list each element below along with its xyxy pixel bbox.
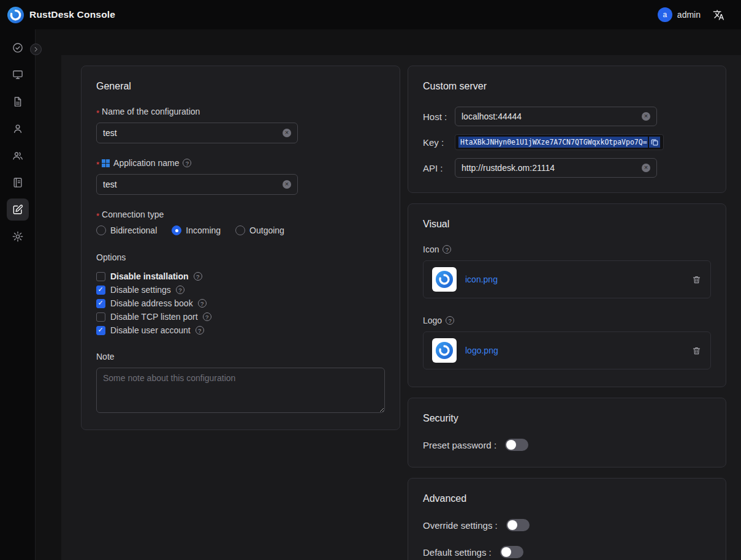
sidebar-item-users[interactable]	[7, 118, 29, 140]
sidebar-item-devices[interactable]	[7, 64, 29, 86]
clear-icon[interactable]: ×	[283, 180, 291, 189]
key-label: Key :	[423, 137, 455, 148]
sidebar-item-groups[interactable]	[7, 145, 29, 167]
translate-icon[interactable]	[712, 8, 725, 21]
default-settings-toggle[interactable]	[500, 546, 523, 558]
preset-password-toggle[interactable]	[505, 439, 528, 451]
key-row: Key : HtaXBkJNHyn0e1U1jWXze7A7CN7QTGWqxk…	[423, 134, 711, 150]
sidebar-item-settings[interactable]	[7, 225, 29, 248]
sidebar-item-audit-log[interactable]	[7, 172, 29, 194]
help-icon[interactable]: ?	[196, 326, 204, 335]
host-row: Host : ×	[423, 107, 711, 126]
note-label: Note	[96, 352, 385, 361]
radio-label: Outgoing	[249, 225, 284, 235]
help-icon[interactable]: ?	[443, 245, 451, 254]
main-area: General * Name of the configuration × *	[36, 29, 741, 560]
logo-file-link[interactable]: logo.png	[465, 346, 683, 355]
trash-icon[interactable]	[691, 274, 702, 285]
logo-thumbnail	[432, 338, 457, 363]
connection-type-radios: Bidirectional Incoming Outgoing	[96, 225, 385, 235]
name-input[interactable]	[103, 128, 283, 138]
icon-file-box: icon.png	[423, 260, 711, 298]
sidebar-collapse-button[interactable]	[30, 44, 42, 55]
api-row: API : ×	[423, 158, 711, 178]
check-label: Disable TCP listen port	[110, 312, 198, 322]
app-title: RustDesk Console	[29, 9, 115, 20]
checkbox[interactable]	[96, 326, 105, 335]
header-actions: a admin	[658, 7, 725, 22]
icon-thumbnail	[432, 267, 457, 292]
preset-password-label: Preset password :	[423, 440, 496, 450]
check-disable-settings[interactable]: Disable settings ?	[96, 283, 385, 297]
logo-file-box: logo.png	[423, 331, 711, 369]
help-icon[interactable]: ?	[446, 316, 454, 325]
radio-outgoing[interactable]: Outgoing	[235, 225, 284, 235]
app-name-input[interactable]	[103, 180, 283, 189]
user-menu[interactable]: a admin	[658, 7, 701, 22]
check-disable-installation[interactable]: Disable installation ?	[96, 270, 385, 283]
custom-server-title: Custom server	[423, 81, 711, 92]
left-column: General * Name of the configuration × *	[81, 66, 400, 430]
override-settings-label: Override settings :	[423, 520, 498, 531]
options-label: Options	[96, 252, 385, 262]
radio-circle	[235, 225, 245, 235]
override-settings-toggle[interactable]	[506, 519, 530, 531]
icon-file-link[interactable]: icon.png	[465, 274, 683, 284]
clear-icon[interactable]: ×	[642, 112, 650, 121]
app-name-input-wrap: ×	[96, 174, 298, 195]
avatar: a	[658, 7, 672, 22]
advanced-card: Advanced Override settings : Default set…	[408, 478, 726, 560]
content-panel: General * Name of the configuration × *	[61, 55, 741, 560]
security-title: Security	[423, 413, 711, 424]
advanced-title: Advanced	[423, 493, 711, 504]
note-textarea[interactable]	[96, 368, 385, 413]
key-field[interactable]: HtaXBkJNHyn0e1U1jWXze7A7CN7QTGWqxkOtpaVp…	[455, 134, 664, 150]
check-disable-tcp-listen-port[interactable]: Disable TCP listen port ?	[96, 310, 385, 324]
icon-label-text: Icon	[423, 244, 439, 254]
api-input-wrap: ×	[455, 158, 657, 178]
radio-label: Bidirectional	[110, 225, 157, 235]
right-column: Custom server Host : × Key : HtaXBkJNHy	[408, 66, 726, 560]
required-mark: *	[96, 108, 99, 118]
visual-card: Visual Icon ? icon.png	[408, 203, 726, 387]
help-icon[interactable]: ?	[194, 272, 202, 281]
checkbox[interactable]	[96, 286, 105, 295]
windows-icon	[102, 159, 110, 167]
host-input[interactable]	[462, 112, 642, 121]
connection-type-label: * Connection type	[96, 210, 385, 219]
help-icon[interactable]: ?	[198, 299, 207, 308]
checkbox[interactable]	[96, 299, 105, 308]
preset-password-row: Preset password :	[423, 439, 711, 451]
name-label-text: Name of the configuration	[102, 107, 200, 116]
body: General * Name of the configuration × *	[0, 29, 741, 560]
trash-icon[interactable]	[691, 346, 702, 356]
api-input[interactable]	[462, 163, 642, 173]
key-value: HtaXBkJNHyn0e1U1jWXze7A7CN7QTGWqxkOtpaVp…	[458, 137, 648, 148]
logo-label-text: Logo	[423, 316, 442, 325]
sidebar-item-documents[interactable]	[7, 91, 29, 113]
check-disable-user-account[interactable]: Disable user account ?	[96, 324, 385, 337]
clear-icon[interactable]: ×	[642, 164, 650, 172]
sidebar-item-overview[interactable]	[7, 37, 29, 59]
sidebar-item-configurations[interactable]	[7, 199, 29, 221]
copy-icon[interactable]	[649, 137, 660, 148]
checkbox[interactable]	[96, 312, 105, 322]
top-bar: RustDesk Console a admin	[0, 0, 741, 29]
user-name: admin	[677, 10, 701, 20]
brand: RustDesk Console	[7, 7, 115, 23]
radio-bidirectional[interactable]: Bidirectional	[96, 225, 157, 235]
help-icon[interactable]: ?	[183, 159, 191, 167]
host-label: Host :	[423, 112, 455, 122]
checkbox[interactable]	[96, 272, 105, 281]
required-mark: *	[96, 160, 99, 169]
name-field-label: * Name of the configuration	[96, 107, 385, 116]
clear-icon[interactable]: ×	[283, 129, 291, 137]
check-disable-address-book[interactable]: Disable address book ?	[96, 297, 385, 310]
help-icon[interactable]: ?	[203, 312, 211, 321]
radio-circle	[96, 225, 106, 235]
help-icon[interactable]: ?	[176, 286, 184, 294]
connection-label-text: Connection type	[102, 210, 164, 219]
radio-incoming[interactable]: Incoming	[172, 225, 221, 235]
required-mark: *	[96, 211, 99, 221]
visual-title: Visual	[423, 219, 711, 230]
